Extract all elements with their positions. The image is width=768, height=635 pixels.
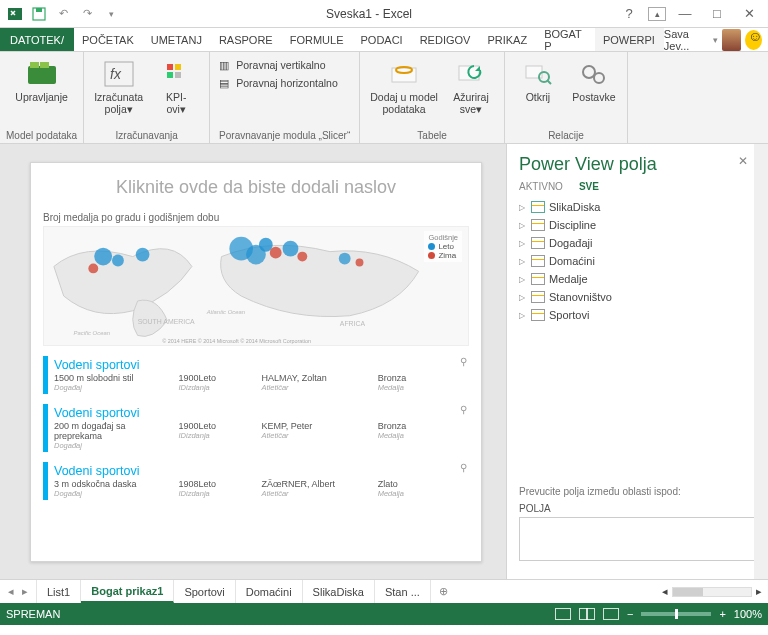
expand-icon[interactable]: ▷ xyxy=(519,275,527,284)
main-area: Kliknite ovde da biste dodali naslov Bro… xyxy=(0,144,768,579)
pane-close-icon[interactable]: ✕ xyxy=(738,154,748,168)
zoom-out-icon[interactable]: − xyxy=(627,608,633,620)
fields-drop-box[interactable] xyxy=(519,517,756,561)
excel-icon[interactable] xyxy=(4,3,26,25)
tab-home[interactable]: POČETAK xyxy=(74,28,143,51)
redo-icon[interactable]: ↷ xyxy=(76,3,98,25)
tab-data[interactable]: PODACI xyxy=(352,28,411,51)
sheet-tab[interactable]: Sportovi xyxy=(174,580,235,603)
field-item[interactable]: ▷SlikaDiska xyxy=(519,198,756,216)
calc-fields-button[interactable]: fx Izračunata polja▾ xyxy=(90,56,147,117)
tab-powerview[interactable]: BOGAT P xyxy=(536,28,595,51)
tab-insert[interactable]: UMETANJ xyxy=(143,28,211,51)
map-visual[interactable]: SOUTH AMERICA AFRICA Atlantic Ocean Paci… xyxy=(43,226,469,346)
add-sheet-icon[interactable]: ⊕ xyxy=(431,580,456,603)
field-item[interactable]: ▷Sportovi xyxy=(519,306,756,324)
align-vert-button[interactable]: ▥Poravnaj vertikalno xyxy=(216,56,353,74)
qat-more-icon[interactable]: ▾ xyxy=(100,3,122,25)
ribbon-options-icon[interactable]: ▴ xyxy=(648,7,666,21)
expand-icon[interactable]: ▷ xyxy=(519,311,527,320)
field-label: Stanovništvo xyxy=(549,291,612,303)
refresh-all-button[interactable]: Ažuriraj sve▾ xyxy=(444,56,498,117)
zoom-in-icon[interactable]: + xyxy=(719,608,725,620)
svg-text:SOUTH AMERICA: SOUTH AMERICA xyxy=(138,318,195,325)
align-horiz-button[interactable]: ▤Poravnaj horizontalno xyxy=(216,74,353,92)
pin-icon[interactable]: ⚲ xyxy=(460,356,467,367)
svg-point-26 xyxy=(88,263,98,273)
field-item[interactable]: ▷Stanovništvo xyxy=(519,288,756,306)
tab-powerpivot[interactable]: POWERPI xyxy=(595,28,664,51)
canvas-zone[interactable]: Kliknite ovde da biste dodali naslov Bro… xyxy=(0,144,506,579)
smiley-icon[interactable] xyxy=(745,30,762,50)
kpi-button[interactable]: KPI- ovi▾ xyxy=(149,56,203,117)
powerview-canvas[interactable]: Kliknite ovde da biste dodali naslov Bro… xyxy=(30,162,482,562)
view-break-icon[interactable] xyxy=(603,608,619,620)
field-label: Discipline xyxy=(549,219,596,231)
pin-icon[interactable]: ⚲ xyxy=(460,404,467,415)
view-normal-icon[interactable] xyxy=(555,608,571,620)
window-title: Sveska1 - Excel xyxy=(122,7,616,21)
avatar[interactable] xyxy=(722,29,741,51)
group-calc: fx Izračunata polja▾ KPI- ovi▾ Izračunav… xyxy=(84,52,210,143)
database-icon xyxy=(26,58,58,90)
tab-layout[interactable]: RASPORE xyxy=(211,28,282,51)
group-slicer-align: ▥Poravnaj vertikalno ▤Poravnaj horizonta… xyxy=(210,52,360,143)
svg-point-24 xyxy=(94,248,112,266)
undo-icon[interactable]: ↶ xyxy=(52,3,74,25)
pin-icon[interactable]: ⚲ xyxy=(460,462,467,473)
zoom-slider[interactable] xyxy=(641,612,711,616)
field-item[interactable]: ▷Discipline xyxy=(519,216,756,234)
expand-icon[interactable]: ▷ xyxy=(519,239,527,248)
tab-review[interactable]: REDIGOV xyxy=(412,28,480,51)
expand-icon[interactable]: ▷ xyxy=(519,257,527,266)
expand-icon[interactable]: ▷ xyxy=(519,293,527,302)
detect-button[interactable]: Otkrij xyxy=(511,56,565,106)
settings-button[interactable]: Postavke xyxy=(567,56,621,106)
sheet-nav[interactable]: ◂▸ xyxy=(0,580,37,603)
hscroll-right-icon[interactable]: ▸ xyxy=(756,585,762,598)
sheet-tab[interactable]: List1 xyxy=(37,580,81,603)
expand-icon[interactable]: ▷ xyxy=(519,221,527,230)
data-card[interactable]: ⚲ Vodeni sportovi 200 m događaj sa prepr… xyxy=(43,404,469,452)
svg-text:AFRICA: AFRICA xyxy=(340,320,366,327)
hscroll-thumb[interactable] xyxy=(673,588,703,596)
view-layout-icon[interactable] xyxy=(579,608,595,620)
manage-button[interactable]: Upravljanje xyxy=(6,56,77,106)
pane-scrollbar[interactable] xyxy=(754,144,768,579)
expand-icon[interactable]: ▷ xyxy=(519,203,527,212)
svg-text:Atlantic Ocean: Atlantic Ocean xyxy=(206,309,246,315)
add-to-model-button[interactable]: Dodaj u model podataka xyxy=(366,56,442,117)
tab-file[interactable]: DATOTEK/ xyxy=(0,28,74,51)
card-title: Vodeni sportovi xyxy=(54,464,469,478)
ribbon-tabs: DATOTEK/ POČETAK UMETANJ RASPORE FORMULE… xyxy=(0,28,768,52)
field-label: Domaćini xyxy=(549,255,595,267)
sheet-tab[interactable]: Bogat prikaz1 xyxy=(81,580,174,603)
tab-view[interactable]: PRIKAZ xyxy=(479,28,536,51)
field-item[interactable]: ▷Domaćini xyxy=(519,252,756,270)
table-icon xyxy=(531,255,545,267)
minimize-icon[interactable]: — xyxy=(672,4,698,24)
save-icon[interactable] xyxy=(28,3,50,25)
tab-formulas[interactable]: FORMULE xyxy=(282,28,353,51)
svg-line-17 xyxy=(547,80,551,84)
maximize-icon[interactable]: □ xyxy=(704,4,730,24)
hscroll-track[interactable] xyxy=(672,587,752,597)
pane-tab-active[interactable]: AKTIVNO xyxy=(519,181,563,192)
svg-text:© 2014 HERE © 2014 Microsoft ©: © 2014 HERE © 2014 Microsoft © 2014 Micr… xyxy=(162,338,311,344)
align-vert-icon: ▥ xyxy=(216,57,232,73)
sheet-tab[interactable]: SlikaDiska xyxy=(303,580,375,603)
sheet-tab[interactable]: Domaćini xyxy=(236,580,303,603)
pane-tab-all[interactable]: SVE xyxy=(579,181,599,192)
field-item[interactable]: ▷Događaji xyxy=(519,234,756,252)
link-table-icon xyxy=(388,58,420,90)
help-icon[interactable]: ? xyxy=(616,4,642,24)
field-item[interactable]: ▷Medalje xyxy=(519,270,756,288)
hscroll-left-icon[interactable]: ◂ xyxy=(662,585,668,598)
sheet-tab[interactable]: Stan ... xyxy=(375,580,431,603)
zoom-value[interactable]: 100% xyxy=(734,608,762,620)
title-placeholder[interactable]: Kliknite ovde da biste dodali naslov xyxy=(43,171,469,212)
close-icon[interactable]: ✕ xyxy=(736,4,762,24)
data-card[interactable]: ⚲ Vodeni sportovi 3 m odskočna daskaDoga… xyxy=(43,462,469,500)
data-card[interactable]: ⚲ Vodeni sportovi 1500 m slobodni stilDo… xyxy=(43,356,469,394)
user-area[interactable]: Sava Jev...▾ xyxy=(664,28,768,51)
